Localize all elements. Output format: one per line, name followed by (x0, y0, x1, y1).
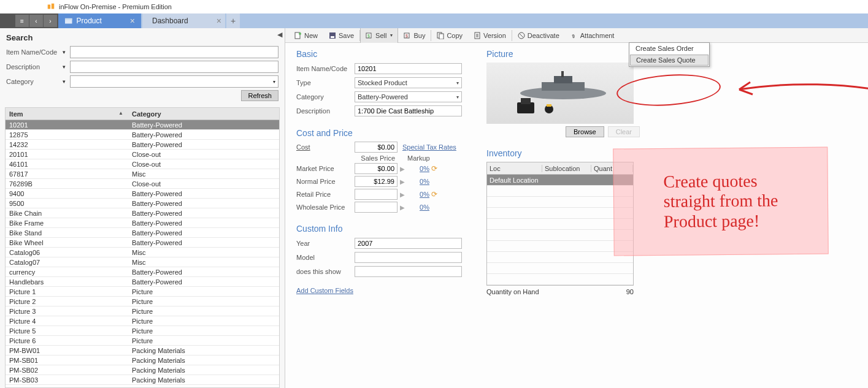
clear-button[interactable]: Clear (608, 126, 640, 137)
category-select[interactable]: Battery-Powered▾ (355, 91, 462, 102)
product-grid[interactable]: Item▲ Category 10201Battery-Powered12875… (5, 107, 280, 388)
inventory-row[interactable] (487, 219, 633, 230)
table-row[interactable]: 76289BClose-out (6, 179, 279, 189)
attachment-button[interactable]: Attachment (565, 28, 620, 43)
table-row[interactable]: 12875Battery-Powered (6, 130, 279, 140)
svg-rect-25 (521, 98, 531, 104)
inventory-row[interactable] (487, 186, 633, 197)
inventory-row[interactable] (487, 241, 633, 252)
table-row[interactable]: 14232Battery-Powered (6, 140, 279, 150)
sync-icon[interactable]: ⟳ (429, 164, 439, 173)
table-row[interactable]: 46101Close-out (6, 159, 279, 169)
sell-button[interactable]: $Sell▾ (360, 28, 398, 43)
inventory-row[interactable] (487, 197, 633, 208)
price-field[interactable] (355, 202, 398, 213)
save-icon (329, 32, 336, 39)
markup-link[interactable]: 0% (407, 191, 429, 198)
table-row[interactable]: 20101Close-out (6, 150, 279, 159)
refresh-button[interactable]: Refresh (241, 90, 278, 101)
item-name-label: Item Name/Code (6, 48, 61, 56)
svg-rect-1 (52, 4, 54, 9)
deactivate-button[interactable]: Deactivate (512, 28, 565, 43)
price-field[interactable] (355, 176, 398, 187)
table-row[interactable]: HandlebarsBattery-Powered (6, 277, 279, 287)
add-tab-button[interactable]: + (226, 13, 240, 28)
nav-back-button[interactable]: ‹ (29, 15, 43, 27)
version-button[interactable]: Version (468, 28, 512, 43)
inv-header-loc[interactable]: Loc (487, 165, 542, 172)
copy-button[interactable]: Copy (431, 28, 468, 43)
table-row[interactable]: 9400Battery-Powered (6, 189, 279, 199)
menu-button[interactable]: ≡ (15, 15, 29, 27)
table-row[interactable]: PM-SB03Packing Materials (6, 375, 279, 385)
tab-product[interactable]: Product × (58, 13, 141, 28)
table-row[interactable]: Picture 5Picture (6, 326, 279, 336)
custom-field-input[interactable] (355, 238, 462, 249)
markup-link[interactable]: 0% (407, 204, 429, 211)
buy-button[interactable]: $Buy (398, 28, 431, 43)
custom-field-row: Model (296, 251, 462, 264)
inventory-row[interactable] (487, 252, 633, 263)
browse-button[interactable]: Browse (566, 126, 604, 137)
table-row[interactable]: 9500Battery-Powered (6, 199, 279, 208)
add-custom-fields-link[interactable]: Add Custom Fields (296, 287, 353, 294)
table-row[interactable]: PM-SB02Packing Materials (6, 365, 279, 375)
sync-icon[interactable]: ⟳ (429, 190, 439, 199)
table-row[interactable]: Catalog07Misc (6, 257, 279, 267)
filter-dropdown-icon[interactable]: ▾ (61, 64, 66, 70)
svg-rect-21 (542, 82, 585, 91)
table-row[interactable]: 67817Misc (6, 169, 279, 179)
price-field[interactable] (355, 163, 398, 174)
category-combo[interactable]: ▾ (70, 75, 278, 88)
col-header-item[interactable]: Item▲ (6, 110, 128, 118)
table-row[interactable]: PM-BW01Packing Materials (6, 346, 279, 356)
inventory-row[interactable] (487, 263, 633, 274)
inventory-row[interactable] (487, 230, 633, 241)
table-row[interactable]: Prod ABattery-Powered (6, 385, 279, 388)
type-select[interactable]: Stocked Product▾ (355, 77, 462, 88)
table-row[interactable]: PM-SB01Packing Materials (6, 356, 279, 365)
table-row[interactable]: Picture 3Picture (6, 306, 279, 316)
inventory-row[interactable] (487, 274, 633, 285)
table-row[interactable]: Bike StandBattery-Powered (6, 228, 279, 238)
table-row[interactable]: Bike WheelBattery-Powered (6, 238, 279, 248)
new-button[interactable]: New (289, 28, 323, 43)
table-row[interactable]: Bike FrameBattery-Powered (6, 218, 279, 228)
close-icon[interactable]: × (217, 16, 221, 26)
inv-header-sub[interactable]: Sublocation (542, 165, 591, 172)
col-header-category[interactable]: Category (128, 110, 279, 118)
inventory-row-default[interactable]: Default Location (487, 175, 633, 186)
create-sales-quote-item[interactable]: Create Sales Quote (630, 55, 709, 66)
table-row[interactable]: Picture 6Picture (6, 336, 279, 346)
arrow-right-icon: ▶ (398, 191, 407, 198)
filter-dropdown-icon[interactable]: ▾ (61, 78, 66, 85)
table-row[interactable]: 10201Battery-Powered (6, 120, 279, 130)
special-tax-link[interactable]: Special Tax Rates (402, 143, 456, 151)
description-input[interactable] (70, 61, 278, 73)
create-sales-order-item[interactable]: Create Sales Order (629, 43, 709, 54)
description-field[interactable] (355, 105, 462, 116)
sell-dropdown-menu: Create Sales Order Create Sales Quote (629, 42, 710, 67)
table-row[interactable]: Picture 2Picture (6, 297, 279, 306)
table-row[interactable]: Bike ChainBattery-Powered (6, 208, 279, 218)
table-row[interactable]: currencyBattery-Powered (6, 267, 279, 277)
table-row[interactable]: Picture 1Picture (6, 287, 279, 297)
table-row[interactable]: Picture 4Picture (6, 316, 279, 326)
inventory-row[interactable] (487, 208, 633, 219)
table-row[interactable]: Catalog06Misc (6, 248, 279, 257)
markup-link[interactable]: 0% (407, 178, 429, 185)
collapse-panel-icon[interactable]: ◀ (277, 31, 282, 39)
price-field[interactable] (355, 189, 398, 200)
filter-dropdown-icon[interactable]: ▾ (61, 49, 66, 55)
save-button[interactable]: Save (323, 28, 359, 43)
cost-field[interactable] (355, 142, 398, 153)
close-icon[interactable]: × (130, 16, 135, 26)
custom-field-input[interactable] (355, 252, 462, 263)
item-name-input[interactable] (70, 46, 278, 58)
nav-forward-button[interactable]: › (44, 15, 57, 27)
item-name-field[interactable] (355, 63, 462, 74)
markup-link[interactable]: 0% (407, 165, 429, 172)
custom-field-input[interactable] (355, 266, 462, 277)
tab-dashboard[interactable]: Dashboard × (142, 13, 225, 28)
cost-link[interactable]: Cost (296, 143, 355, 151)
